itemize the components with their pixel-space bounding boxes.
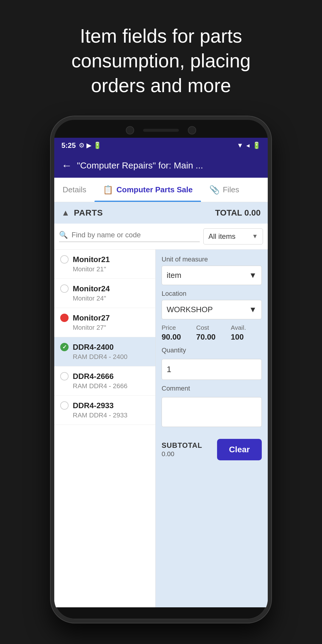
- item-list: Monitor21 Monitor 21" Monitor24 Monitor …: [54, 250, 156, 607]
- radio-monitor21: [60, 255, 69, 264]
- tab-parts-label: Computer Parts Sale: [116, 185, 193, 194]
- location-dropdown[interactable]: WORKSHOP ▼: [162, 300, 262, 319]
- avail-value: 100: [231, 332, 262, 342]
- item-row: Monitor27: [60, 313, 149, 323]
- status-bar: 5:25 ⚙ ▶ 🔋 ▼ ◂ 🔋: [54, 138, 268, 153]
- cost-value: 70.00: [196, 332, 227, 342]
- search-filter-row: 🔍 All items ▼: [54, 224, 268, 250]
- item-desc-ddr4-2666: RAM DDR4 - 2666: [73, 382, 149, 390]
- subtotal-row: SUBTOTAL 0.00 Clear: [162, 434, 262, 460]
- price-col: Price 90.00: [162, 324, 193, 342]
- item-desc-ddr4-2400: RAM DDR4 - 2400: [73, 353, 149, 361]
- list-item[interactable]: DDR4-2666 RAM DDR4 - 2666: [54, 366, 155, 396]
- location-label: Location: [162, 290, 262, 298]
- content-area: Monitor21 Monitor 21" Monitor24 Monitor …: [54, 250, 268, 607]
- tab-files[interactable]: 📎 Files: [201, 178, 247, 202]
- price-row: Price 90.00 Cost 70.00 Avail. 100: [162, 324, 262, 342]
- camera-right: [188, 126, 196, 134]
- app-header: ← "Computer Repairs" for: Main ...: [54, 153, 268, 178]
- item-row: Monitor24: [60, 284, 149, 293]
- quantity-input[interactable]: [162, 359, 262, 380]
- unit-of-measure-value: item: [167, 271, 181, 280]
- list-item[interactable]: Monitor27 Monitor 27": [54, 308, 155, 337]
- signal-icon: ◂: [246, 142, 250, 149]
- clear-button[interactable]: Clear: [217, 439, 262, 460]
- price-label: Price: [162, 324, 193, 331]
- radio-monitor24: [60, 284, 69, 293]
- tab-details[interactable]: Details: [54, 178, 95, 202]
- filter-value: All items: [208, 232, 236, 241]
- item-row: DDR4-2400: [60, 343, 149, 352]
- status-icons: ⚙ ▶ 🔋: [79, 142, 101, 149]
- quantity-label: Quantity: [162, 346, 262, 354]
- search-icon: 🔍: [59, 231, 68, 239]
- item-name-monitor21: Monitor21: [73, 255, 110, 264]
- radio-ddr4-2400: [60, 343, 69, 351]
- parts-left: ▲ PARTS: [61, 208, 103, 218]
- header-title: "Computer Repairs" for: Main ...: [77, 160, 203, 171]
- cost-label: Cost: [196, 324, 227, 331]
- speaker: [143, 129, 179, 132]
- camera-left: [126, 126, 134, 134]
- parts-total: TOTAL 0.00: [215, 208, 261, 218]
- avail-col: Avail. 100: [231, 324, 262, 342]
- item-desc-monitor24: Monitor 24": [73, 295, 149, 302]
- parts-header: ▲ PARTS TOTAL 0.00: [54, 202, 268, 224]
- item-row: DDR4-2666: [60, 372, 149, 381]
- location-chevron-icon: ▼: [249, 305, 257, 314]
- tab-details-label: Details: [63, 185, 86, 194]
- chevron-down-icon: ▼: [252, 233, 258, 240]
- hero-title: Item fields for parts consumption, placi…: [27, 0, 295, 116]
- radio-ddr4-2666: [60, 372, 69, 380]
- subtotal-value: 0.00: [162, 450, 202, 458]
- status-right: ▼ ◂ 🔋: [237, 142, 261, 149]
- right-panel: Unit of measure item ▼ Location WORKSHOP…: [156, 250, 268, 607]
- location-value: WORKSHOP: [167, 305, 213, 314]
- list-item[interactable]: DDR4-2400 RAM DDR4 - 2400: [54, 337, 155, 366]
- item-desc-monitor21: Monitor 21": [73, 265, 149, 273]
- clipboard-icon: 📋: [103, 185, 113, 195]
- list-item[interactable]: Monitor24 Monitor 24": [54, 279, 155, 308]
- list-item[interactable]: DDR4-2933 RAM DDR4 - 2933: [54, 396, 155, 425]
- tab-computer-parts-sale[interactable]: 📋 Computer Parts Sale: [95, 178, 201, 202]
- radio-monitor27: [60, 314, 69, 322]
- tabs-bar: Details 📋 Computer Parts Sale 📎 Files: [54, 178, 268, 202]
- list-item[interactable]: Monitor21 Monitor 21": [54, 250, 155, 279]
- phone-notch-area: [54, 120, 268, 138]
- search-input[interactable]: [72, 231, 200, 239]
- filter-dropdown[interactable]: All items ▼: [203, 228, 263, 244]
- item-name-ddr4-2933: DDR4-2933: [73, 401, 114, 410]
- item-name-ddr4-2400: DDR4-2400: [73, 343, 114, 352]
- notch: [134, 120, 188, 127]
- item-row: DDR4-2933: [60, 401, 149, 410]
- search-box: 🔍: [59, 231, 200, 242]
- unit-of-measure-dropdown[interactable]: item ▼: [162, 266, 262, 285]
- cost-col: Cost 70.00: [196, 324, 227, 342]
- phone-device: 5:25 ⚙ ▶ 🔋 ▼ ◂ 🔋 ← "Computer Repairs" fo…: [51, 116, 271, 623]
- collapse-icon[interactable]: ▲: [61, 208, 70, 218]
- item-name-monitor27: Monitor27: [73, 313, 110, 323]
- comment-input[interactable]: [162, 397, 262, 427]
- wifi-icon: ▼: [237, 142, 243, 149]
- battery-icon: 🔋: [253, 142, 261, 149]
- item-name-ddr4-2666: DDR4-2666: [73, 372, 114, 381]
- unit-chevron-icon: ▼: [249, 271, 257, 280]
- back-button[interactable]: ←: [61, 159, 72, 172]
- price-value: 90.00: [162, 332, 193, 342]
- item-desc-ddr4-2933: RAM DDR4 - 2933: [73, 411, 149, 419]
- camera-area: [126, 126, 196, 134]
- tab-files-label: Files: [223, 185, 239, 194]
- subtotal-label: SUBTOTAL: [162, 441, 202, 450]
- comment-label: Comment: [162, 385, 262, 392]
- subtotal-info: SUBTOTAL 0.00: [162, 441, 202, 458]
- avail-label: Avail.: [231, 324, 262, 331]
- radio-ddr4-2933: [60, 401, 69, 410]
- parts-title: PARTS: [74, 208, 103, 218]
- paperclip-icon: 📎: [209, 185, 220, 195]
- status-left: 5:25 ⚙ ▶ 🔋: [61, 141, 101, 150]
- item-name-monitor24: Monitor24: [73, 284, 110, 293]
- status-time: 5:25: [61, 141, 76, 150]
- item-row: Monitor21: [60, 255, 149, 264]
- unit-of-measure-label: Unit of measure: [162, 256, 262, 263]
- item-desc-monitor27: Monitor 27": [73, 324, 149, 332]
